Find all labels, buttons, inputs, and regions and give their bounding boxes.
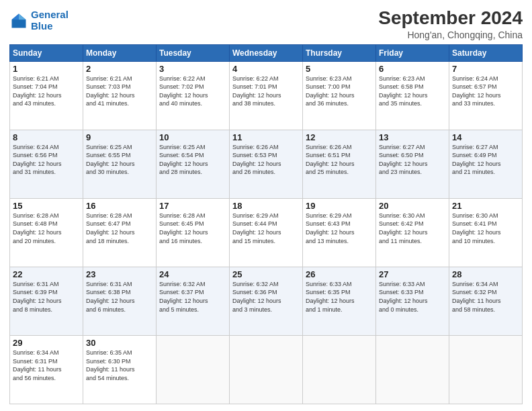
calendar-cell: 27Sunrise: 6:33 AM Sunset: 6:33 PM Dayli…	[376, 267, 449, 335]
calendar-cell: 12Sunrise: 6:26 AM Sunset: 6:51 PM Dayli…	[303, 130, 376, 198]
day-info: Sunrise: 6:26 AM Sunset: 6:53 PM Dayligh…	[232, 143, 300, 177]
day-info: Sunrise: 6:31 AM Sunset: 6:38 PM Dayligh…	[86, 280, 153, 314]
calendar-week-3: 15Sunrise: 6:28 AM Sunset: 6:48 PM Dayli…	[10, 198, 523, 267]
svg-marker-2	[12, 13, 19, 19]
day-info: Sunrise: 6:35 AM Sunset: 6:30 PM Dayligh…	[86, 349, 153, 382]
day-number: 19	[306, 201, 373, 211]
day-number: 25	[232, 269, 300, 279]
day-info: Sunrise: 6:27 AM Sunset: 6:49 PM Dayligh…	[452, 143, 519, 177]
day-number: 1	[13, 64, 80, 74]
calendar-cell: 30Sunrise: 6:35 AM Sunset: 6:30 PM Dayli…	[83, 335, 157, 404]
calendar-cell: 3Sunrise: 6:22 AM Sunset: 7:02 PM Daylig…	[157, 61, 230, 130]
day-number: 10	[159, 132, 226, 142]
day-info: Sunrise: 6:24 AM Sunset: 6:56 PM Dayligh…	[13, 143, 80, 177]
calendar-cell: 15Sunrise: 6:28 AM Sunset: 6:48 PM Dayli…	[10, 198, 83, 267]
header-row: Sunday Monday Tuesday Wednesday Thursday…	[10, 44, 523, 61]
day-number: 16	[86, 201, 153, 211]
day-number: 24	[159, 269, 226, 279]
calendar-cell: 18Sunrise: 6:29 AM Sunset: 6:44 PM Dayli…	[230, 198, 303, 267]
calendar-cell: 7Sunrise: 6:24 AM Sunset: 6:57 PM Daylig…	[449, 61, 523, 130]
day-number: 3	[159, 64, 226, 74]
logo-icon	[9, 11, 28, 30]
day-number: 13	[379, 132, 446, 142]
day-info: Sunrise: 6:28 AM Sunset: 6:47 PM Dayligh…	[86, 212, 153, 245]
calendar-cell: 19Sunrise: 6:29 AM Sunset: 6:43 PM Dayli…	[303, 198, 376, 267]
day-info: Sunrise: 6:30 AM Sunset: 6:42 PM Dayligh…	[379, 212, 446, 245]
day-number: 28	[452, 269, 519, 279]
month-title: September 2024	[378, 7, 523, 30]
day-number: 2	[86, 64, 153, 74]
calendar-cell: 14Sunrise: 6:27 AM Sunset: 6:49 PM Dayli…	[449, 130, 523, 198]
day-info: Sunrise: 6:23 AM Sunset: 6:58 PM Dayligh…	[379, 75, 446, 108]
col-sunday: Sunday	[10, 44, 83, 61]
calendar-cell: 21Sunrise: 6:30 AM Sunset: 6:41 PM Dayli…	[449, 198, 523, 267]
calendar-cell: 6Sunrise: 6:23 AM Sunset: 6:58 PM Daylig…	[376, 61, 449, 130]
day-number: 21	[452, 201, 519, 211]
day-info: Sunrise: 6:21 AM Sunset: 7:04 PM Dayligh…	[13, 75, 80, 108]
calendar-cell: 26Sunrise: 6:33 AM Sunset: 6:35 PM Dayli…	[303, 267, 376, 335]
day-number: 12	[306, 132, 373, 142]
day-info: Sunrise: 6:34 AM Sunset: 6:32 PM Dayligh…	[452, 280, 519, 314]
calendar-week-1: 1Sunrise: 6:21 AM Sunset: 7:04 PM Daylig…	[10, 61, 523, 130]
day-number: 15	[13, 201, 80, 211]
day-number: 20	[379, 201, 446, 211]
day-info: Sunrise: 6:30 AM Sunset: 6:41 PM Dayligh…	[452, 212, 519, 245]
day-info: Sunrise: 6:22 AM Sunset: 7:01 PM Dayligh…	[232, 75, 300, 108]
logo: General Blue	[9, 9, 69, 32]
calendar-cell: 2Sunrise: 6:21 AM Sunset: 7:03 PM Daylig…	[83, 61, 157, 130]
calendar-cell	[376, 335, 449, 404]
day-number: 6	[379, 64, 446, 74]
day-info: Sunrise: 6:33 AM Sunset: 6:35 PM Dayligh…	[306, 280, 373, 314]
day-number: 5	[306, 64, 373, 74]
day-number: 9	[86, 132, 153, 142]
calendar-cell: 25Sunrise: 6:32 AM Sunset: 6:36 PM Dayli…	[230, 267, 303, 335]
calendar-cell	[230, 335, 303, 404]
day-info: Sunrise: 6:23 AM Sunset: 7:00 PM Dayligh…	[306, 75, 373, 108]
calendar-cell: 28Sunrise: 6:34 AM Sunset: 6:32 PM Dayli…	[449, 267, 523, 335]
day-info: Sunrise: 6:24 AM Sunset: 6:57 PM Dayligh…	[452, 75, 519, 108]
day-info: Sunrise: 6:26 AM Sunset: 6:51 PM Dayligh…	[306, 143, 373, 177]
day-number: 26	[306, 269, 373, 279]
calendar-cell: 20Sunrise: 6:30 AM Sunset: 6:42 PM Dayli…	[376, 198, 449, 267]
calendar-cell: 23Sunrise: 6:31 AM Sunset: 6:38 PM Dayli…	[83, 267, 157, 335]
col-thursday: Thursday	[303, 44, 376, 61]
calendar-cell: 29Sunrise: 6:34 AM Sunset: 6:31 PM Dayli…	[10, 335, 83, 404]
col-saturday: Saturday	[449, 44, 523, 61]
calendar-cell: 11Sunrise: 6:26 AM Sunset: 6:53 PM Dayli…	[230, 130, 303, 198]
calendar-week-4: 22Sunrise: 6:31 AM Sunset: 6:39 PM Dayli…	[10, 267, 523, 335]
day-info: Sunrise: 6:25 AM Sunset: 6:54 PM Dayligh…	[159, 143, 226, 177]
day-number: 23	[86, 269, 153, 279]
calendar-cell: 22Sunrise: 6:31 AM Sunset: 6:39 PM Dayli…	[10, 267, 83, 335]
day-info: Sunrise: 6:22 AM Sunset: 7:02 PM Dayligh…	[159, 75, 226, 108]
day-info: Sunrise: 6:29 AM Sunset: 6:43 PM Dayligh…	[306, 212, 373, 245]
calendar-cell: 1Sunrise: 6:21 AM Sunset: 7:04 PM Daylig…	[10, 61, 83, 130]
col-wednesday: Wednesday	[230, 44, 303, 61]
day-info: Sunrise: 6:25 AM Sunset: 6:55 PM Dayligh…	[86, 143, 153, 177]
calendar-cell: 16Sunrise: 6:28 AM Sunset: 6:47 PM Dayli…	[83, 198, 157, 267]
location-title: Hong'an, Chongqing, China	[378, 30, 523, 40]
logo-text: General Blue	[31, 9, 69, 32]
day-info: Sunrise: 6:27 AM Sunset: 6:50 PM Dayligh…	[379, 143, 446, 177]
calendar-cell	[157, 335, 230, 404]
col-tuesday: Tuesday	[157, 44, 230, 61]
header: General Blue September 2024 Hong'an, Cho…	[9, 7, 523, 40]
logo-blue: Blue	[31, 20, 53, 32]
calendar-week-2: 8Sunrise: 6:24 AM Sunset: 6:56 PM Daylig…	[10, 130, 523, 198]
day-number: 22	[13, 269, 80, 279]
day-number: 4	[232, 64, 300, 74]
col-monday: Monday	[83, 44, 157, 61]
day-number: 30	[86, 338, 153, 348]
day-number: 29	[13, 338, 80, 348]
calendar-cell	[449, 335, 523, 404]
day-number: 17	[159, 201, 226, 211]
calendar-table: Sunday Monday Tuesday Wednesday Thursday…	[9, 44, 523, 404]
title-block: September 2024 Hong'an, Chongqing, China	[378, 7, 523, 40]
day-number: 18	[232, 201, 300, 211]
svg-marker-1	[19, 13, 26, 19]
day-number: 11	[232, 132, 300, 142]
day-number: 27	[379, 269, 446, 279]
day-number: 14	[452, 132, 519, 142]
day-number: 8	[13, 132, 80, 142]
calendar-week-5: 29Sunrise: 6:34 AM Sunset: 6:31 PM Dayli…	[10, 335, 523, 404]
day-info: Sunrise: 6:31 AM Sunset: 6:39 PM Dayligh…	[13, 280, 80, 314]
